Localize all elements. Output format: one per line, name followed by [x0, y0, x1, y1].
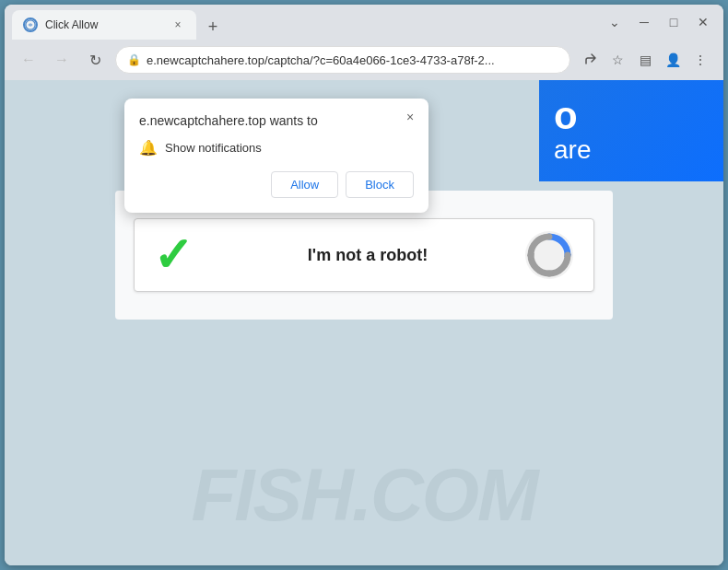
browser-window: Click Allow × + ⌄ ─ □ ✕ ← → ↻ 🔒 e.newcap…	[5, 5, 723, 565]
allow-button[interactable]: Allow	[271, 171, 338, 198]
title-bar: Click Allow × + ⌄ ─ □ ✕	[5, 5, 723, 40]
checkmark-icon: ✓	[153, 231, 194, 279]
popup-close-button[interactable]: ×	[401, 108, 419, 126]
bookmark-icon[interactable]: ☆	[605, 48, 629, 72]
tab-bar: Click Allow × +	[12, 5, 598, 40]
banner-line2: are	[554, 135, 591, 165]
notification-popup: × e.newcaptchahere.top wants to 🔔 Show n…	[124, 99, 429, 213]
minimize-button[interactable]: ─	[631, 9, 657, 35]
url-text: e.newcaptchahere.top/captcha/?c=60a4e066…	[147, 53, 558, 67]
captcha-label: I'm not a robot!	[212, 246, 523, 265]
profile-icon[interactable]: 👤	[661, 48, 685, 72]
maximize-button[interactable]: □	[661, 9, 687, 35]
address-action-buttons: ☆ ▤ 👤 ⋮	[578, 48, 712, 72]
block-button[interactable]: Block	[346, 171, 414, 198]
active-tab[interactable]: Click Allow ×	[12, 10, 196, 40]
banner-line1: o	[554, 97, 578, 135]
lock-icon: 🔒	[127, 53, 141, 66]
popup-buttons: Allow Block	[139, 171, 414, 198]
tab-favicon	[23, 17, 38, 32]
share-icon[interactable]	[578, 48, 602, 72]
chevron-down-button[interactable]: ⌄	[602, 9, 628, 35]
forward-button[interactable]: →	[49, 47, 75, 73]
address-input-wrapper[interactable]: 🔒 e.newcaptchahere.top/captcha/?c=60a4e0…	[115, 46, 570, 74]
recaptcha-logo	[523, 229, 575, 281]
page-content: o are FISH.COM ✓ I'm not a robot!	[5, 80, 723, 565]
address-bar: ← → ↻ 🔒 e.newcaptchahere.top/captcha/?c=…	[5, 40, 723, 80]
popup-notification-row: 🔔 Show notifications	[139, 139, 414, 157]
window-close-button[interactable]: ✕	[690, 9, 716, 35]
blue-banner: o are	[539, 80, 723, 181]
tab-close-button[interactable]: ×	[170, 17, 185, 32]
bell-icon: 🔔	[139, 139, 158, 157]
window-controls: ⌄ ─ □ ✕	[602, 9, 716, 35]
popup-notification-text: Show notifications	[165, 141, 262, 155]
new-tab-button[interactable]: +	[200, 14, 226, 40]
back-button[interactable]: ←	[16, 47, 41, 73]
sidebar-icon[interactable]: ▤	[633, 48, 657, 72]
captcha-box[interactable]: ✓ I'm not a robot!	[134, 218, 594, 292]
menu-icon[interactable]: ⋮	[688, 48, 712, 72]
popup-title: e.newcaptchahere.top wants to	[139, 113, 392, 128]
watermark: FISH.COM	[191, 453, 536, 538]
reload-button[interactable]: ↻	[82, 47, 108, 73]
tab-title: Click Allow	[45, 18, 163, 31]
